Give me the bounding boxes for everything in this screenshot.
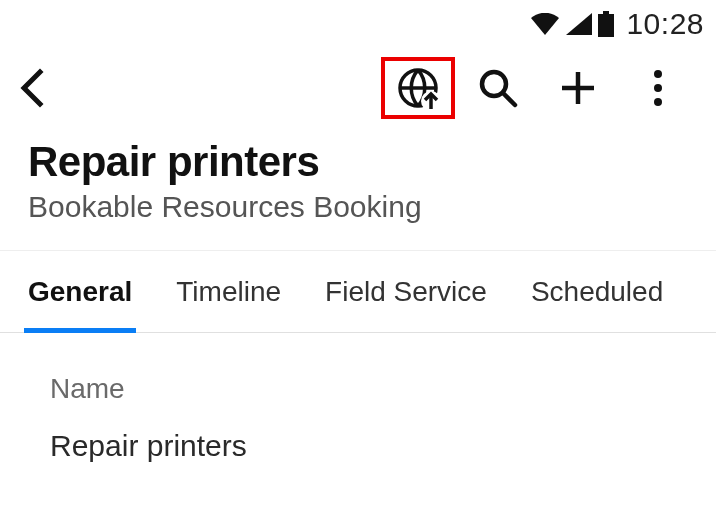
globe-upload-icon [395,65,441,111]
tabs: General Timeline Field Service Scheduled [0,251,716,333]
battery-icon [598,11,614,37]
svg-point-12 [654,98,662,106]
status-bar: 10:28 [0,0,716,48]
svg-rect-1 [598,14,614,37]
svg-point-11 [654,84,662,92]
cellular-icon [566,13,592,35]
tab-field-service[interactable]: Field Service [325,251,487,332]
more-button[interactable] [618,68,698,108]
name-field-label: Name [50,373,666,405]
clock-time: 10:28 [626,7,704,41]
tab-general[interactable]: General [28,251,132,332]
sync-online-button[interactable] [378,57,458,119]
tab-timeline[interactable]: Timeline [176,251,281,332]
back-button[interactable] [18,68,66,108]
plus-icon [558,68,598,108]
tab-label: Scheduled [531,276,663,308]
tab-label: Timeline [176,276,281,308]
svg-point-10 [654,70,662,78]
app-bar [0,48,716,128]
form-area: Name Repair printers [0,333,716,463]
highlight-box [381,57,455,119]
search-icon [477,67,519,109]
add-button[interactable] [538,68,618,108]
entity-name: Bookable Resources Booking [28,190,688,224]
more-vertical-icon [652,68,664,108]
svg-rect-0 [603,11,609,14]
tab-label: General [28,276,132,308]
wifi-icon [530,13,560,35]
search-button[interactable] [458,67,538,109]
title-block: Repair printers Bookable Resources Booki… [0,128,716,250]
name-field-value[interactable]: Repair printers [50,429,666,463]
svg-line-7 [503,93,515,105]
tab-label: Field Service [325,276,487,308]
tab-scheduled[interactable]: Scheduled [531,251,663,332]
page-title: Repair printers [28,138,688,186]
